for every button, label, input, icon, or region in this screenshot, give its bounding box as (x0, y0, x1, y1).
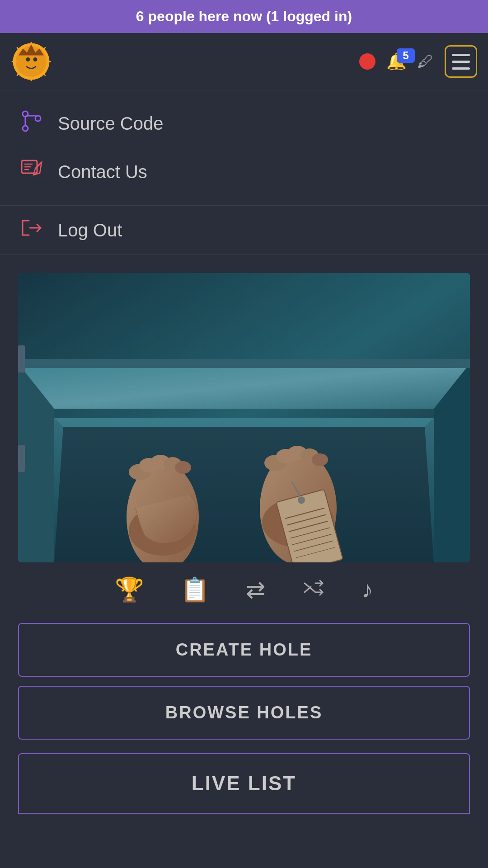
svg-rect-54 (18, 445, 25, 472)
hamburger-menu-button[interactable] (445, 45, 477, 78)
pen-icon[interactable]: 🖊 (418, 52, 434, 71)
action-icons-row: 🏆 📋 ⇄ ♪ (18, 576, 470, 605)
menu-section: Source Code Contact Us (0, 90, 488, 206)
live-indicator (359, 53, 375, 70)
menu-bar-3 (452, 67, 470, 70)
transfer-icon[interactable]: ⇄ (246, 576, 266, 605)
menu-bar-2 (452, 61, 470, 63)
navbar: 🔔 5 🖊 (0, 33, 488, 90)
main-content: 🏆 📋 ⇄ ♪ CREATE HOLE BROWSE HOLES LIVE LI… (0, 255, 488, 814)
create-hole-button[interactable]: CREATE HOLE (18, 623, 470, 677)
trophy-icon[interactable]: 🏆 (115, 576, 144, 605)
logout-icon (18, 216, 45, 245)
shuffle-icon[interactable] (302, 576, 325, 605)
git-icon (18, 109, 45, 138)
menu-item-source-code[interactable]: Source Code (0, 99, 488, 148)
svg-point-10 (26, 57, 30, 61)
music-icon[interactable]: ♪ (361, 576, 373, 605)
svg-rect-53 (18, 345, 25, 373)
site-logo[interactable] (11, 41, 52, 82)
live-list-button[interactable]: LIVE LIST (18, 753, 470, 814)
top-banner: 6 people here now (1 logged in) (0, 0, 488, 33)
logout-label: Log Out (58, 220, 122, 241)
svg-point-11 (33, 57, 38, 61)
banner-text: 6 people here now (1 logged in) (136, 8, 352, 24)
notification-badge: 5 (397, 48, 415, 63)
svg-rect-52 (18, 273, 470, 562)
contact-us-label: Contact Us (58, 162, 147, 182)
source-code-label: Source Code (58, 113, 163, 134)
menu-item-logout[interactable]: Log Out (0, 206, 488, 255)
notification-bell-wrap[interactable]: 🔔 5 (386, 52, 407, 71)
browse-holes-button[interactable]: BROWSE HOLES (18, 686, 470, 740)
menu-item-contact-us[interactable]: Contact Us (0, 148, 488, 196)
menu-bar-1 (452, 54, 470, 56)
hero-image (18, 273, 470, 562)
clipboard-icon[interactable]: 📋 (180, 576, 210, 605)
svg-line-16 (35, 116, 37, 117)
contact-icon (18, 158, 45, 186)
navbar-right: 🔔 5 🖊 (359, 45, 477, 78)
svg-point-13 (23, 126, 28, 131)
hero-image-wrap (18, 273, 470, 562)
